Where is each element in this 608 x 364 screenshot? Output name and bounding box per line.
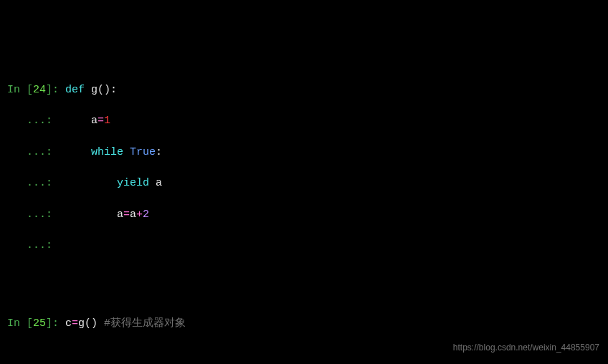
cont-prompt: ...: — [7, 177, 59, 189]
ident: c — [65, 317, 72, 330]
blank-line — [7, 269, 601, 285]
cont-prompt: ...: — [7, 115, 59, 127]
code-line: ...: while True: — [7, 145, 601, 161]
kw-yield: yield — [117, 177, 149, 189]
prompt-num: 25 — [33, 317, 46, 330]
call: g() — [78, 317, 104, 330]
ident: a — [149, 177, 162, 189]
code-line: ...: yield a — [7, 176, 601, 191]
colon: : — [156, 146, 162, 158]
code-line: ...: a=1 — [7, 113, 601, 129]
prompt-close: ]: — [46, 317, 65, 330]
cont-prompt: ...: — [7, 146, 59, 158]
code-line: ...: — [7, 238, 601, 254]
comment: #获得生成器对象 — [104, 317, 186, 330]
ident: a — [91, 115, 98, 127]
lit-1: 1 — [104, 115, 110, 127]
prompt-num: 24 — [33, 84, 46, 96]
prompt-close: ]: — [46, 84, 65, 96]
op-eq: = — [98, 115, 104, 127]
op-plus: + — [136, 209, 143, 221]
cont-prompt: ...: — [7, 209, 59, 221]
prompt-in: In [ — [7, 84, 33, 96]
kw-while: while — [91, 146, 123, 158]
code-line: ...: a=a+2 — [7, 207, 601, 223]
fn-name: g(): — [85, 84, 117, 96]
kw-def: def — [65, 84, 85, 96]
ident: a — [117, 209, 123, 221]
kw-true: True — [123, 146, 156, 158]
op-eq: = — [123, 209, 130, 221]
code-line: In [25]: c=g() #获得生成器对象 — [7, 316, 601, 332]
prompt-in: In [ — [7, 317, 33, 330]
code-line: In [24]: def g(): — [7, 82, 601, 98]
cont-prompt: ...: — [7, 239, 59, 252]
lit-2: 2 — [143, 209, 149, 221]
op-eq: = — [72, 317, 78, 330]
watermark: https://blog.csdn.net/weixin_44855907 — [453, 342, 599, 354]
ident: a — [130, 209, 136, 221]
